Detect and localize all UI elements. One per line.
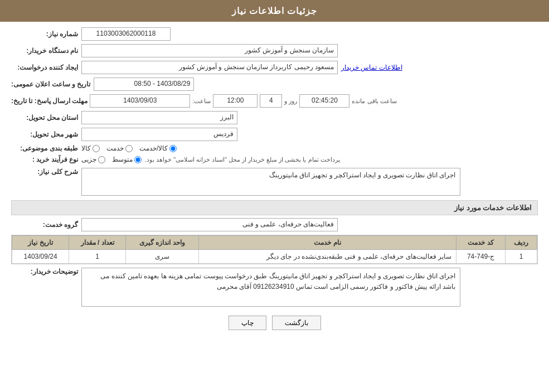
cell-date: 1403/09/24 xyxy=(12,250,69,264)
org-name-input: سازمان سنجش و آموزش کشور xyxy=(81,44,338,57)
province-label: استان محل تحویل: xyxy=(11,114,78,122)
purchase-type-label: نوع فرآیند خرید : xyxy=(11,156,78,163)
cell-name: سایر فعالیت‌های حرفه‌ای، علمی و فنی طبقه… xyxy=(198,250,456,264)
creator-label: ایجاد کننده درخواست: xyxy=(11,64,78,71)
col-count: تعداد / مقدار xyxy=(69,236,126,250)
category-option-service[interactable]: خدمت xyxy=(106,144,133,152)
description-textarea: اجرای اتاق نظارت تصویری و ایجاد استراکچر… xyxy=(81,168,460,196)
announce-date-input: 1403/08/29 - 08:50 xyxy=(94,78,194,91)
city-input: فردیس xyxy=(81,128,237,141)
button-row: بازگشت چاپ xyxy=(11,316,538,330)
city-label: شهر محل تحویل: xyxy=(11,130,78,138)
category-option-goods[interactable]: کالا xyxy=(81,144,100,152)
purchase-type-radio-group: متوسط جزیی xyxy=(81,156,142,163)
services-table: ردیف کد خدمت نام خدمت واحد اندازه گیری ت… xyxy=(11,235,538,264)
category-option-goods-services[interactable]: کالا/خدمت xyxy=(139,144,177,152)
deadline-date-input: 1403/09/03 xyxy=(90,94,190,108)
creator-input: مسعود رحیمی کاربرداز سازمان سنجش و آموزش… xyxy=(81,61,338,74)
days-input: 4 xyxy=(260,94,282,108)
province-input: البرز xyxy=(81,111,237,124)
contact-info-link[interactable]: اطلاعات تماس خریدار xyxy=(341,64,402,71)
back-button[interactable]: بازگشت xyxy=(272,316,321,330)
col-index: ردیف xyxy=(506,236,537,250)
purchase-option-medium[interactable]: متوسط xyxy=(112,156,142,163)
services-section-header: اطلاعات خدمات مورد نیاز xyxy=(11,200,538,215)
table-row: 1 ج-749-74 سایر فعالیت‌های حرفه‌ای، علمی… xyxy=(12,250,537,264)
col-code: کد خدمت xyxy=(456,236,506,250)
buyer-notes-label: توضیحات خریدار: xyxy=(11,268,78,275)
category-radio-group: کالا/خدمت خدمت کالا xyxy=(81,144,177,152)
print-button[interactable]: چاپ xyxy=(229,316,266,330)
col-date: تاریخ نیاز xyxy=(12,236,69,250)
service-group-input: فعالیت‌های حرفه‌ای، علمی و فنی xyxy=(81,218,338,231)
deadline-time-input: 12:00 xyxy=(213,94,258,108)
org-name-label: نام دستگاه خریدار: xyxy=(11,47,78,55)
cell-count: 1 xyxy=(69,250,126,264)
cell-unit: سری xyxy=(126,250,199,264)
service-group-label: گروه خدمت: xyxy=(11,221,78,229)
announce-date-label: تاریخ و ساعت اعلان عمومی: xyxy=(11,80,90,88)
deadline-label: مهلت ارسال پاسخ: تا تاریخ: xyxy=(11,97,88,105)
page-header: جزئیات اطلاعات نیاز xyxy=(0,0,549,22)
category-label: طبقه بندی موضوعی: xyxy=(11,144,78,152)
need-number-label: شماره نیاز: xyxy=(11,30,78,38)
remaining-time-input: 02:45:20 xyxy=(299,94,349,108)
purchase-note: پرداخت تمام یا بخشی از مبلغ خریدار از مح… xyxy=(145,156,340,163)
days-label: روز و xyxy=(284,98,297,105)
remaining-time-label: ساعت باقی مانده xyxy=(352,98,396,105)
cell-index: 1 xyxy=(506,250,537,264)
buyer-notes-textarea: اجرای اتاق نظارت تصویری و ایجاد استراکچر… xyxy=(81,268,460,307)
purchase-option-partial[interactable]: جزیی xyxy=(81,156,105,163)
cell-code: ج-749-74 xyxy=(456,250,506,264)
col-unit: واحد اندازه گیری xyxy=(126,236,199,250)
description-label: شرح کلی نیاز: xyxy=(11,168,78,176)
need-number-input: 1103003062000118 xyxy=(81,27,171,41)
col-name: نام خدمت xyxy=(198,236,456,250)
deadline-time-label: ساعت: xyxy=(192,98,211,105)
